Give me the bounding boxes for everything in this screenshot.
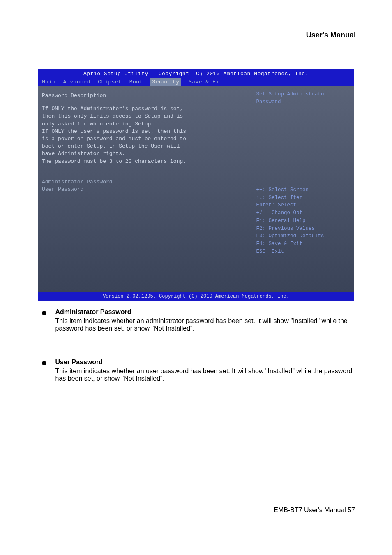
password-description-heading: Password Description xyxy=(42,92,249,99)
bios-body: Password Description If ONLY the Adminis… xyxy=(38,86,354,292)
key-hint: ↑↓: Select Item xyxy=(256,194,351,202)
page-footer: EMB-BT7 User's Manual 57 xyxy=(274,506,355,514)
bullet-desc: This item indicates whether an user pass… xyxy=(55,368,354,382)
menu-boot[interactable]: Boot xyxy=(129,79,143,85)
desc-line: have Administrator rights. xyxy=(42,150,249,157)
key-hint: F2: Previous Values xyxy=(256,225,351,233)
menu-advanced[interactable]: Advanced xyxy=(63,79,90,85)
bios-right-panel: Set Setup Administrator Password ++: Sel… xyxy=(253,86,354,292)
key-hint: F1: General Help xyxy=(256,217,351,225)
desc-line: then this only limits access to Setup an… xyxy=(42,113,249,120)
desc-line: is a power on password and must be enter… xyxy=(42,135,249,143)
desc-line: only asked for when entering Setup. xyxy=(42,120,249,128)
menu-chipset[interactable]: Chipset xyxy=(98,79,122,85)
desc-line: If ONLY the User's password is set, then… xyxy=(42,128,249,135)
bullet-admin-password: ● Administrator Password This item indic… xyxy=(41,308,353,332)
desc-line: The password must be 3 to 20 characters … xyxy=(42,158,249,165)
key-hint: Enter: Select xyxy=(256,201,351,209)
help-line: Set Setup Administrator xyxy=(256,90,351,98)
help-line: Password xyxy=(256,98,351,106)
bios-key-legend: ++: Select Screen ↑↓: Select Item Enter:… xyxy=(256,181,351,256)
desc-line: If ONLY the Administrator's password is … xyxy=(42,105,249,113)
bios-menu-bar: Main Advanced Chipset Boot Security Save… xyxy=(38,78,354,86)
bios-screenshot: Aptio Setup Utility – Copyright (C) 2010… xyxy=(38,69,354,301)
bios-title: Aptio Setup Utility – Copyright (C) 2010… xyxy=(38,69,354,78)
bullet-user-password: ● User Password This item indicates whet… xyxy=(41,358,353,382)
administrator-password-item[interactable]: Administrator Password xyxy=(42,178,249,186)
bios-version-footer: Version 2.02.1205. Copyright (C) 2010 Am… xyxy=(38,292,354,301)
desc-line: boot or enter Setup. In Setup the User w… xyxy=(42,143,249,150)
page-header: User's Manual xyxy=(306,31,356,39)
key-hint: +/-: Change Opt. xyxy=(256,209,351,217)
key-hint: F3: Optimized Defaults xyxy=(256,232,351,240)
menu-main[interactable]: Main xyxy=(42,79,55,85)
bios-help-top: Set Setup Administrator Password xyxy=(256,90,351,181)
bullet-icon: ● xyxy=(41,358,47,382)
bullet-icon: ● xyxy=(41,308,47,332)
menu-security[interactable]: Security xyxy=(150,78,181,86)
bullet-desc: This item indicates whether an administr… xyxy=(55,317,354,332)
key-hint: F4: Save & Exit xyxy=(256,240,351,248)
key-hint: ESC: Exit xyxy=(256,248,351,256)
menu-save-exit[interactable]: Save & Exit xyxy=(189,79,226,85)
bullet-title: Administrator Password xyxy=(55,308,354,316)
key-hint: ++: Select Screen xyxy=(256,186,351,194)
user-password-item[interactable]: User Password xyxy=(42,186,249,193)
bullet-title: User Password xyxy=(55,358,354,366)
bullet-section: ● Administrator Password This item indic… xyxy=(41,308,353,409)
bios-left-panel: Password Description If ONLY the Adminis… xyxy=(38,86,253,292)
